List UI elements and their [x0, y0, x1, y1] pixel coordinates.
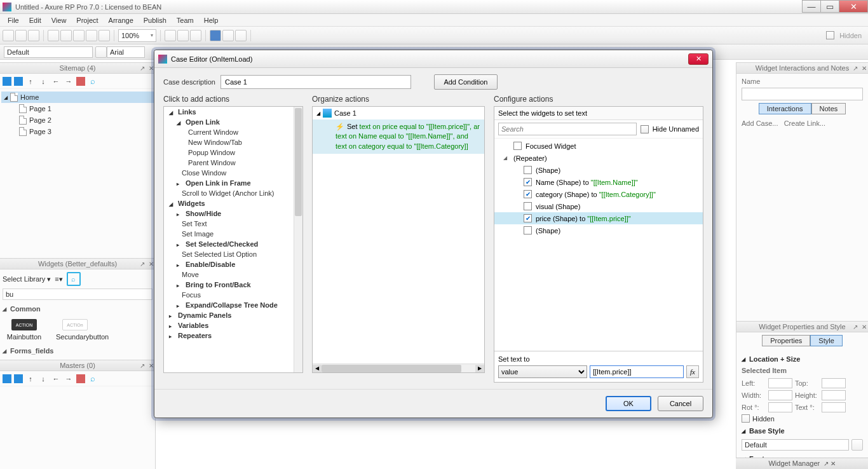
menu-publish[interactable]: Publish — [139, 15, 172, 25]
tab-notes[interactable]: Notes — [811, 103, 846, 114]
list-view-icon[interactable]: ≡▾ — [55, 275, 62, 283]
widget-checkbox[interactable] — [513, 142, 522, 150]
configure-tree-row[interactable]: (Shape) — [494, 224, 703, 236]
action-item[interactable]: Scroll to Widget (Anchor Link) — [164, 188, 294, 198]
case-description-input[interactable] — [220, 75, 411, 89]
action-item[interactable]: Repeaters — [164, 330, 294, 341]
new-file-button[interactable] — [3, 30, 14, 41]
fx-button[interactable]: fx — [686, 365, 699, 378]
widget-checkbox[interactable]: ✔ — [524, 178, 532, 186]
sitemap-item-page2[interactable]: Page 2 — [1, 114, 154, 126]
paste-button[interactable] — [73, 30, 85, 41]
rot-input[interactable] — [768, 402, 792, 412]
selection-tool[interactable] — [165, 30, 176, 41]
create-link-link[interactable]: Create Link... — [784, 119, 825, 127]
action-item[interactable]: Parent Window — [164, 158, 294, 168]
masters-search-icon[interactable]: ⌕ — [88, 374, 98, 384]
action-item[interactable]: Move — [164, 269, 294, 280]
font-combo[interactable]: Arial — [107, 46, 145, 58]
open-file-button[interactable] — [15, 30, 27, 41]
cut-button[interactable] — [48, 30, 59, 41]
connector-tool[interactable] — [177, 30, 189, 41]
action-item[interactable]: Variables — [164, 320, 294, 330]
action-item[interactable]: Bring to Front/Back — [164, 280, 294, 290]
style-copy-button[interactable] — [95, 46, 107, 58]
search-icon[interactable]: ⌕ — [88, 76, 98, 86]
organize-action-row[interactable]: ⚡Set text on price equal to "[[Item.pric… — [313, 119, 484, 154]
maximize-button[interactable]: ▭ — [820, 0, 839, 13]
move-up-button[interactable]: ↑ — [25, 76, 36, 86]
widget-secundarybutton[interactable]: ACTIOn Secundarybutton — [56, 319, 94, 341]
indent-button[interactable]: → — [64, 76, 74, 86]
add-condition-button[interactable]: Add Condition — [434, 74, 498, 90]
action-item[interactable]: Set Selected/Checked — [164, 239, 294, 249]
base-style-combo[interactable]: Default — [742, 439, 849, 451]
action-item[interactable]: Links — [164, 107, 294, 117]
action-item[interactable]: Open Link in Frame — [164, 178, 294, 188]
minimize-button[interactable]: — — [802, 0, 821, 13]
action-item[interactable]: Current Window — [164, 127, 294, 137]
ok-button[interactable]: OK — [606, 396, 651, 411]
hide-unnamed-checkbox[interactable] — [641, 125, 649, 133]
menu-help[interactable]: Help — [199, 15, 224, 25]
undo-button[interactable] — [86, 30, 97, 41]
top-input[interactable] — [822, 378, 846, 388]
cancel-button[interactable]: Cancel — [658, 396, 703, 411]
publish-button[interactable] — [222, 30, 234, 41]
add-folder-button[interactable] — [14, 77, 23, 86]
hidden-checkbox[interactable] — [826, 31, 834, 39]
hidden-prop-checkbox[interactable] — [742, 414, 750, 423]
delete-page-button[interactable] — [76, 77, 85, 86]
dialog-close-button[interactable]: ✕ — [688, 53, 709, 65]
configure-tree-row[interactable]: visual (Shape) — [494, 200, 703, 212]
tab-properties[interactable]: Properties — [762, 335, 810, 346]
action-item[interactable]: Widgets — [164, 198, 294, 208]
widget-mainbutton[interactable]: ACTION Mainbutton — [5, 319, 43, 341]
width-input[interactable] — [768, 390, 792, 400]
tab-interactions[interactable]: Interactions — [759, 103, 811, 114]
sitemap-item-page3[interactable]: Page 3 — [1, 126, 154, 137]
tab-style[interactable]: Style — [810, 335, 842, 346]
expander-icon[interactable]: ◢ — [503, 155, 510, 161]
action-item[interactable]: Dynamic Panels — [164, 310, 294, 320]
configure-tree-row[interactable]: ✔price (Shape) to "[[Item.price]]" — [494, 212, 703, 224]
outdent-button[interactable]: ← — [51, 76, 61, 86]
configure-tree-row[interactable]: ✔Name (Shape) to "[[Item.Name]]" — [494, 176, 703, 188]
action-item[interactable]: Show/Hide — [164, 208, 294, 219]
section-base-style[interactable]: Base Style — [742, 425, 863, 437]
panel-close-icon[interactable]: ✕ — [149, 65, 154, 72]
configure-search-input[interactable] — [498, 123, 637, 135]
widget-checkbox[interactable] — [524, 226, 532, 234]
menu-edit[interactable]: Edit — [24, 15, 46, 25]
edit-style-button[interactable] — [851, 439, 863, 451]
add-master-folder-button[interactable] — [14, 374, 23, 383]
action-item[interactable]: Set Text — [164, 219, 294, 229]
save-file-button[interactable] — [28, 30, 39, 41]
menu-project[interactable]: Project — [71, 15, 103, 25]
widget-checkbox[interactable]: ✔ — [524, 190, 532, 198]
text-rot-input[interactable] — [822, 402, 846, 412]
select-library-dropdown[interactable]: Select Library ▾ — [3, 275, 51, 283]
action-item[interactable]: Set Image — [164, 229, 294, 239]
delete-master-button[interactable] — [76, 374, 85, 383]
action-item[interactable]: Popup Window — [164, 147, 294, 158]
category-common[interactable]: Common — [3, 302, 153, 315]
widget-checkbox[interactable] — [524, 166, 532, 174]
sitemap-item-page1[interactable]: Page 1 — [1, 103, 154, 114]
set-text-value-input[interactable] — [590, 365, 684, 378]
preview-button[interactable] — [210, 30, 221, 41]
widget-search-button[interactable]: ⌕ — [67, 272, 81, 286]
share-button[interactable] — [235, 30, 247, 41]
action-item[interactable]: Expand/Collapse Tree Node — [164, 300, 294, 310]
widget-filter-input[interactable] — [3, 289, 153, 300]
popout-icon[interactable]: ↗ — [140, 65, 145, 72]
action-item[interactable]: Close Window — [164, 168, 294, 178]
configure-tree-row[interactable]: Focused Widget — [494, 140, 703, 152]
organize-hscroll[interactable]: ◀▶ — [313, 364, 484, 372]
menu-arrange[interactable]: Arrange — [104, 15, 139, 25]
organize-case-row[interactable]: Case 1 — [313, 107, 484, 119]
zoom-combo[interactable]: 100% — [118, 29, 156, 42]
left-input[interactable] — [768, 378, 792, 388]
widget-name-input[interactable] — [742, 88, 863, 100]
action-item[interactable]: Focus — [164, 290, 294, 300]
